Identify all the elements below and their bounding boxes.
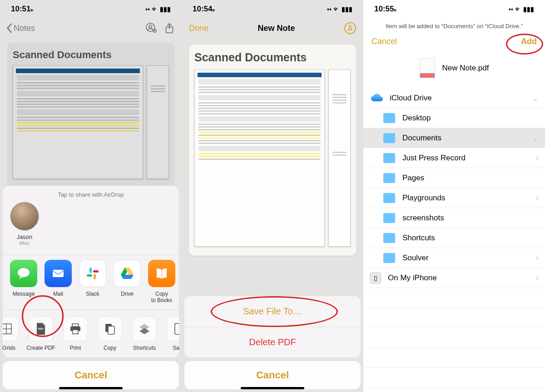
save-icon	[167, 317, 179, 341]
folder-item[interactable]: Documents⌄	[363, 128, 545, 148]
list-spacer	[363, 348, 545, 368]
document-page-side	[147, 65, 169, 179]
nav-bar: Done New Note	[182, 18, 363, 38]
svg-rect-7	[94, 274, 96, 279]
list-spacer	[363, 368, 545, 388]
nav-bar: Cancel Add	[363, 35, 545, 52]
chevron-right-icon: ›	[536, 153, 539, 163]
share-app-message[interactable]: Message	[6, 260, 41, 303]
iphone-icon: ▯	[370, 272, 382, 284]
share-app-books[interactable]: Copy to Books	[144, 260, 179, 303]
folder-icon	[383, 133, 395, 143]
share-app-mail[interactable]: Mail	[41, 260, 75, 303]
share-icon[interactable]	[164, 22, 175, 34]
svg-rect-19	[108, 326, 114, 334]
folder-item[interactable]: Desktop	[363, 108, 545, 128]
folder-icon	[383, 193, 395, 203]
copy-icon	[98, 317, 122, 341]
svg-point-4	[18, 268, 30, 277]
share-app-slack[interactable]: Slack	[75, 260, 110, 303]
folder-item[interactable]: Shortcuts	[363, 228, 545, 248]
file-name: New Note.pdf	[442, 64, 489, 73]
pdf-file-icon	[420, 58, 435, 78]
list-spacer	[363, 328, 545, 348]
chevron-right-icon: ›	[536, 193, 539, 203]
chevron-down-icon: ⌄	[532, 93, 539, 103]
file-preview: New Note.pdf	[363, 52, 545, 88]
svg-rect-6	[89, 268, 92, 273]
document-page-main	[194, 69, 325, 247]
chevron-right-icon: ›	[536, 253, 539, 263]
action-create-pdf[interactable]: PDFCreate PDF	[24, 317, 58, 351]
print-icon	[63, 317, 88, 341]
save-location-subtext: Item will be added to “Documents” on “iC…	[363, 18, 545, 35]
action-print[interactable]: Print	[58, 317, 93, 351]
done-button[interactable]: Done	[189, 24, 208, 33]
document-page-main	[13, 65, 143, 179]
svg-rect-20	[175, 323, 179, 334]
markup-icon[interactable]	[344, 22, 356, 34]
folder-item[interactable]: Playgrounds›	[363, 188, 545, 208]
cancel-button[interactable]: Cancel	[372, 37, 397, 46]
status-icons: ▪▪ᯤ▮▮▮	[144, 5, 171, 14]
nav-bar: Notes	[0, 18, 182, 38]
cancel-button[interactable]: Cancel	[184, 361, 361, 389]
grids-icon	[3, 317, 19, 341]
home-indicator	[59, 387, 123, 389]
status-time: 10:55	[374, 5, 396, 14]
save-file-to-button[interactable]: Save File To…	[184, 296, 361, 327]
location-icloud-drive[interactable]: iCloud Drive ⌄	[363, 88, 545, 108]
home-indicator	[241, 387, 304, 389]
folder-icon	[383, 233, 395, 243]
action-grids[interactable]: & Grids	[3, 317, 24, 351]
app-row: Message Mail Slack Drive Copy to Books	[3, 255, 179, 310]
svg-rect-17	[73, 330, 78, 334]
back-button[interactable]: Notes	[6, 23, 35, 33]
folder-icon	[383, 153, 395, 163]
folder-item[interactable]: Pages	[363, 168, 545, 188]
action-row: & Grids PDFCreate PDF Print Copy Shortcu…	[3, 310, 179, 357]
page-title: New Note	[258, 24, 295, 33]
status-time: 10:54	[193, 5, 215, 14]
location-on-my-iphone[interactable]: ▯ On My iPhone ›	[363, 268, 545, 288]
share-app-drive[interactable]: Drive	[110, 260, 144, 303]
action-save[interactable]: Save	[162, 317, 179, 351]
action-shortcuts[interactable]: Shortcuts	[127, 317, 162, 351]
svg-point-1	[149, 25, 152, 28]
note-title: Scanned Documents	[13, 49, 169, 61]
folder-item[interactable]: Just Press Record›	[363, 148, 545, 168]
icloud-icon	[370, 93, 383, 103]
action-copy[interactable]: Copy	[93, 317, 127, 351]
folder-item[interactable]: Soulver›	[363, 248, 545, 268]
delete-pdf-button[interactable]: Delete PDF	[184, 327, 361, 357]
pdf-icon: PDF	[29, 317, 53, 341]
cancel-button[interactable]: Cancel	[3, 361, 179, 389]
drive-icon	[114, 260, 141, 287]
status-icons: ▪▪ᯤ▮▮▮	[325, 5, 352, 14]
location-list: iCloud Drive ⌄ DesktopDocuments⌄Just Pre…	[363, 88, 545, 388]
airdrop-contact[interactable]: Jason iMac	[10, 202, 39, 248]
folder-icon	[383, 113, 395, 123]
svg-text:PDF: PDF	[38, 327, 44, 330]
svg-rect-15	[72, 324, 79, 327]
add-button[interactable]: Add	[521, 37, 537, 46]
folder-icon	[383, 173, 395, 183]
list-spacer	[363, 288, 545, 308]
svg-rect-8	[87, 274, 92, 277]
status-bar: 10:51 ▪▪ᯤ▮▮▮	[0, 0, 182, 18]
mail-icon	[45, 260, 72, 287]
add-person-icon[interactable]	[145, 22, 157, 34]
note-card[interactable]: Scanned Documents	[189, 45, 356, 256]
note-card[interactable]: Scanned Documents	[7, 43, 174, 188]
status-icons: ▪▪ᯤ▮▮▮	[507, 5, 534, 14]
svg-rect-9	[93, 270, 99, 273]
action-sheet: Save File To… Delete PDF Cancel	[182, 296, 363, 392]
folder-item[interactable]: screenshots	[363, 208, 545, 228]
list-spacer	[363, 308, 545, 328]
status-time: 10:51	[11, 5, 33, 14]
chevron-right-icon: ›	[536, 273, 539, 283]
folder-icon	[383, 213, 395, 223]
message-icon	[10, 260, 37, 287]
slack-icon	[79, 260, 106, 287]
airdrop-hint: Tap to share with AirDrop	[3, 189, 179, 202]
